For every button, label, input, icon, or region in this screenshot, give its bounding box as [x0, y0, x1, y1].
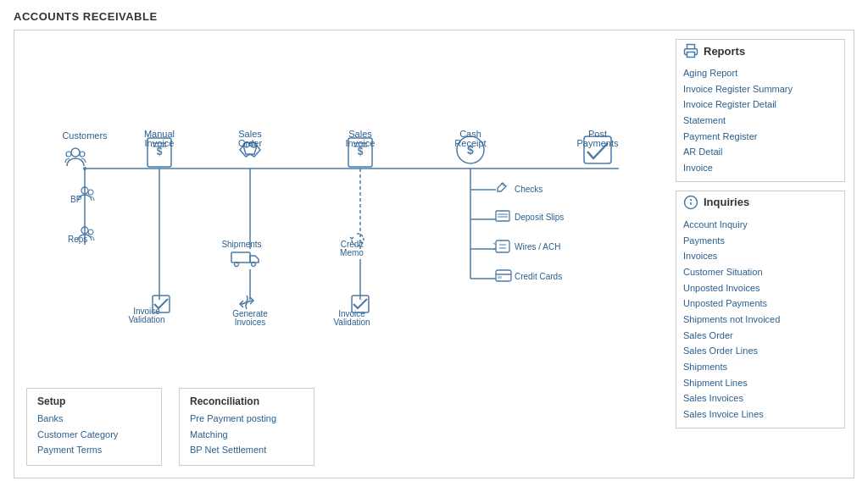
svg-rect-77: [496, 270, 511, 281]
inquiry-item[interactable]: Account Inquiry: [683, 217, 837, 233]
svg-text:Order: Order: [238, 138, 262, 148]
inquiry-item[interactable]: Sales Order Lines: [683, 343, 837, 359]
inquiry-item[interactable]: Sales Invoice Lines: [683, 406, 837, 423]
inquiry-item[interactable]: Unposted Payments: [683, 296, 837, 312]
svg-text:Checks: Checks: [515, 185, 542, 194]
reconciliation-item[interactable]: BP Net Settlement: [190, 442, 303, 458]
setup-item[interactable]: Banks: [37, 411, 151, 427]
inquiry-item[interactable]: Shipment Lines: [683, 375, 837, 391]
svg-text:Credit Cards: Credit Cards: [515, 272, 562, 281]
svg-text:Payments: Payments: [577, 138, 619, 148]
setup-item[interactable]: Customer Category: [37, 427, 151, 443]
reconciliation-list: Pre Payment posting Matching BP Net Sett…: [190, 411, 303, 458]
svg-rect-63: [496, 211, 509, 221]
right-panel: Reports Aging Report Invoice Register Su…: [676, 39, 845, 437]
main-container: ACCOUNTS RECEIVABLE Reports Agi: [0, 0, 868, 492]
inquiry-item[interactable]: Customer Situation: [683, 264, 837, 280]
setup-list: Banks Customer Category Payment Terms: [37, 411, 151, 458]
inquiry-item[interactable]: Invoices: [683, 248, 837, 264]
setup-box: Setup Banks Customer Category Payment Te…: [26, 388, 162, 466]
svg-text:Validation: Validation: [128, 315, 164, 324]
page-title: ACCOUNTS RECEIVABLE: [14, 10, 854, 23]
report-item[interactable]: Aging Report: [683, 65, 837, 81]
reconciliation-box: Reconciliation Pre Payment posting Match…: [179, 388, 314, 466]
svg-text:Memo: Memo: [340, 248, 364, 257]
diagram-border: Reports Aging Report Invoice Register Su…: [14, 30, 854, 478]
report-item[interactable]: Statement: [683, 113, 837, 129]
reports-box: Reports Aging Report Invoice Register Su…: [676, 39, 845, 182]
reports-title: Reports: [704, 45, 745, 58]
svg-text:Wires / ACH: Wires / ACH: [515, 242, 560, 252]
svg-rect-69: [496, 240, 509, 252]
flow-diagram: Customers BP Reps $: [21, 37, 691, 368]
svg-point-7: [66, 152, 71, 157]
svg-text:Shipments: Shipments: [221, 240, 261, 249]
svg-point-6: [71, 148, 80, 157]
inquiry-item[interactable]: Unposted Invoices: [683, 280, 837, 296]
inquiries-header: Inquiries: [676, 191, 844, 213]
svg-text:Validation: Validation: [333, 318, 370, 327]
reports-header: Reports: [676, 40, 844, 62]
report-item[interactable]: Invoice: [683, 160, 837, 176]
inquiry-item[interactable]: Shipments: [683, 359, 837, 375]
inquiry-item[interactable]: Sales Order: [683, 328, 837, 344]
reconciliation-item[interactable]: Matching: [190, 427, 303, 443]
inquiries-title: Inquiries: [704, 196, 749, 208]
svg-text:Invoices: Invoices: [235, 318, 266, 327]
reconciliation-title: Reconciliation: [190, 395, 303, 407]
svg-point-13: [88, 190, 93, 195]
svg-rect-79: [498, 276, 502, 279]
report-item[interactable]: Invoice Register Summary: [683, 81, 837, 97]
svg-text:Deposit Slips: Deposit Slips: [515, 213, 564, 222]
svg-text:Invoice: Invoice: [145, 138, 175, 148]
inquiry-item[interactable]: Payments: [683, 233, 837, 249]
inquiries-box: Inquiries Account Inquiry Payments Invoi…: [676, 191, 845, 428]
inquiry-item[interactable]: Sales Invoices: [683, 390, 837, 406]
setup-item[interactable]: Payment Terms: [37, 442, 151, 458]
inquiry-item[interactable]: Shipments not Invoiced: [683, 312, 837, 328]
svg-text:Customers: Customers: [62, 130, 108, 141]
setup-title: Setup: [37, 395, 151, 407]
reconciliation-item[interactable]: Pre Payment posting: [190, 411, 303, 427]
svg-text:Invoice: Invoice: [346, 138, 376, 148]
bottom-area: Setup Banks Customer Category Payment Te…: [26, 388, 667, 466]
report-item[interactable]: Payment Register: [683, 129, 837, 145]
svg-text:Receipt: Receipt: [454, 138, 486, 148]
svg-rect-33: [231, 252, 250, 263]
report-item[interactable]: AR Detail: [683, 144, 837, 160]
reports-list: Aging Report Invoice Register Summary In…: [676, 62, 844, 181]
inquiries-list: Account Inquiry Payments Invoices Custom…: [676, 213, 844, 428]
svg-point-8: [80, 152, 85, 157]
report-item[interactable]: Invoice Register Detail: [683, 97, 837, 113]
svg-point-17: [88, 229, 93, 235]
